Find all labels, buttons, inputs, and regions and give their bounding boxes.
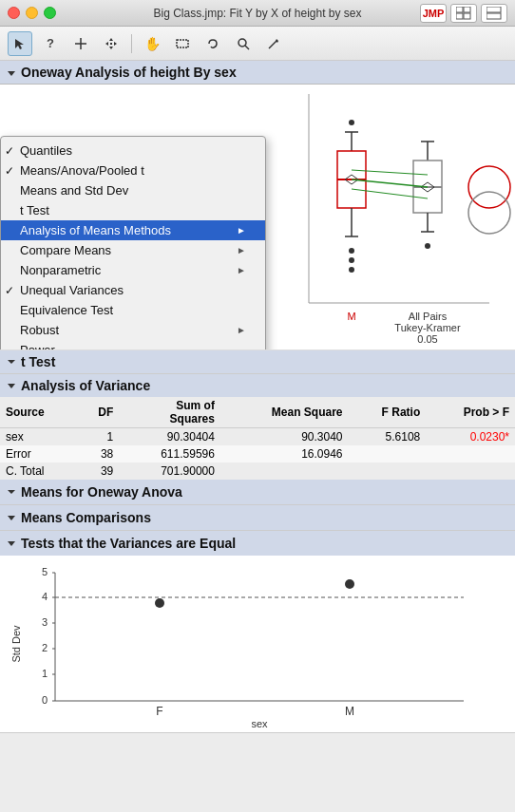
marquee-tool[interactable] bbox=[170, 31, 195, 56]
submenu-arrow-robust: ► bbox=[237, 325, 246, 335]
variances-triangle bbox=[8, 541, 15, 546]
source-error: Error bbox=[0, 445, 78, 463]
svg-text:5: 5 bbox=[42, 566, 48, 577]
anova-table: Source DF Sum of Squares Mean Square F R… bbox=[0, 397, 515, 480]
svg-point-15 bbox=[238, 39, 246, 47]
ms-ctotal bbox=[220, 463, 349, 480]
svg-line-41 bbox=[352, 170, 428, 175]
means-oneway-title: Means for Oneway Anova bbox=[21, 484, 182, 500]
toolbar-divider-1 bbox=[131, 34, 132, 53]
svg-rect-14 bbox=[177, 40, 188, 47]
oneway-triangle bbox=[8, 65, 15, 80]
means-oneway-section: Means for Oneway Anova bbox=[0, 480, 515, 505]
move-tool[interactable] bbox=[99, 31, 124, 56]
menu-item-robust[interactable]: Robust ► bbox=[1, 320, 265, 340]
means-comp-title: Means Comparisons bbox=[21, 510, 151, 525]
svg-text:F: F bbox=[156, 705, 162, 718]
plot-area: Quantiles Means/Anova/Pooled t Means and… bbox=[0, 85, 515, 350]
svg-line-40 bbox=[352, 179, 428, 187]
cursor-tool[interactable] bbox=[8, 31, 32, 56]
svg-point-65 bbox=[345, 579, 354, 589]
svg-text:4: 4 bbox=[42, 591, 48, 602]
ms-sex: 90.3040 bbox=[220, 428, 349, 446]
anova-triangle bbox=[8, 384, 15, 388]
variances-section: Tests that the Variances are Equal 0 1 2… bbox=[0, 531, 515, 733]
svg-line-42 bbox=[352, 189, 428, 198]
svg-rect-1 bbox=[464, 7, 470, 12]
svg-text:2: 2 bbox=[42, 642, 48, 653]
help-tool[interactable]: ? bbox=[38, 31, 63, 56]
svg-marker-10 bbox=[109, 47, 113, 49]
col-mean-square: Mean Square bbox=[220, 397, 349, 428]
menu-item-equivalence-test[interactable]: Equivalence Test bbox=[1, 300, 265, 320]
svg-point-64 bbox=[155, 598, 164, 608]
source-sex: sex bbox=[0, 428, 78, 446]
means-oneway-triangle bbox=[8, 490, 15, 494]
svg-text:Std Dev: Std Dev bbox=[10, 625, 22, 663]
window-title: Big Class.jmp: Fit Y by X of height by s… bbox=[154, 7, 362, 20]
menu-item-t-test[interactable]: t Test bbox=[1, 200, 265, 220]
prob-error bbox=[426, 445, 515, 463]
svg-text:M: M bbox=[347, 311, 355, 322]
prob-ctotal bbox=[426, 463, 515, 480]
zoom-tool[interactable] bbox=[231, 31, 256, 56]
menu-item-unequal-variances[interactable]: Unequal Variances bbox=[1, 280, 265, 300]
df-error: 38 bbox=[78, 445, 119, 463]
ss-ctotal: 701.90000 bbox=[119, 463, 220, 480]
f-sex: 5.6108 bbox=[349, 428, 427, 446]
grid-icon-2[interactable] bbox=[481, 4, 507, 23]
svg-text:1: 1 bbox=[42, 668, 48, 679]
svg-marker-6 bbox=[15, 39, 24, 49]
menu-item-nonparametric[interactable]: Nonparametric ► bbox=[1, 260, 265, 280]
close-button[interactable] bbox=[8, 7, 20, 19]
hand-tool[interactable]: ✋ bbox=[140, 31, 164, 56]
t-test-header[interactable]: t Test bbox=[0, 350, 515, 373]
anova-title: Analysis of Variance bbox=[21, 378, 150, 393]
df-ctotal: 39 bbox=[78, 463, 119, 480]
crosshair-tool[interactable] bbox=[68, 31, 93, 56]
col-prob: Prob > F bbox=[426, 397, 515, 428]
col-sum-squares: Sum of Squares bbox=[119, 397, 220, 428]
svg-point-30 bbox=[349, 257, 354, 263]
t-test-title: t Test bbox=[21, 354, 55, 369]
menu-item-means-anova[interactable]: Means/Anova/Pooled t bbox=[1, 161, 265, 180]
anova-header[interactable]: Analysis of Variance bbox=[0, 374, 515, 397]
means-comp-triangle bbox=[8, 516, 15, 520]
svg-marker-9 bbox=[109, 38, 113, 41]
annotate-tool[interactable] bbox=[261, 31, 286, 56]
submenu-arrow-compare-means: ► bbox=[237, 245, 246, 255]
lasso-tool[interactable] bbox=[200, 31, 225, 56]
anova-row-sex: sex 1 90.30404 90.3040 5.6108 0.0230* bbox=[0, 428, 515, 446]
f-ctotal bbox=[349, 463, 427, 480]
means-oneway-header[interactable]: Means for Oneway Anova bbox=[0, 480, 515, 504]
t-test-section: t Test bbox=[0, 350, 515, 374]
ms-error: 16.0946 bbox=[220, 445, 349, 463]
maximize-button[interactable] bbox=[44, 7, 56, 19]
minimize-button[interactable] bbox=[26, 7, 38, 19]
menu-item-compare-means[interactable]: Compare Means ► bbox=[1, 240, 265, 260]
t-test-triangle bbox=[8, 360, 15, 364]
oneway-section-header[interactable]: Oneway Analysis of height By sex bbox=[0, 61, 515, 85]
svg-text:sex: sex bbox=[251, 718, 268, 729]
svg-line-16 bbox=[245, 46, 249, 49]
menu-item-means-std[interactable]: Means and Std Dev bbox=[1, 180, 265, 200]
menu-item-analysis-means[interactable]: Analysis of Means Methods ► bbox=[1, 220, 265, 240]
dropdown-menu: Quantiles Means/Anova/Pooled t Means and… bbox=[0, 136, 266, 350]
svg-rect-13 bbox=[110, 43, 112, 45]
anova-row-error: Error 38 611.59596 16.0946 bbox=[0, 445, 515, 463]
svg-text:3: 3 bbox=[42, 616, 48, 628]
svg-rect-2 bbox=[456, 13, 463, 19]
variances-header[interactable]: Tests that the Variances are Equal bbox=[0, 531, 515, 556]
plot-visualization: M All Pairs Tukey-Kramer 0.05 bbox=[271, 85, 515, 349]
svg-text:0: 0 bbox=[42, 694, 48, 706]
source-ctotal: C. Total bbox=[0, 463, 78, 480]
variances-title: Tests that the Variances are Equal bbox=[21, 536, 236, 551]
jmp-icon[interactable]: JMP bbox=[420, 4, 447, 23]
menu-item-quantiles[interactable]: Quantiles bbox=[1, 141, 265, 161]
f-error bbox=[349, 445, 427, 463]
means-comp-header[interactable]: Means Comparisons bbox=[0, 505, 515, 530]
prob-sex: 0.0230* bbox=[426, 428, 515, 446]
grid-icon-1[interactable] bbox=[450, 4, 477, 23]
menu-item-power[interactable]: Power... bbox=[1, 340, 265, 350]
svg-point-31 bbox=[349, 267, 354, 273]
